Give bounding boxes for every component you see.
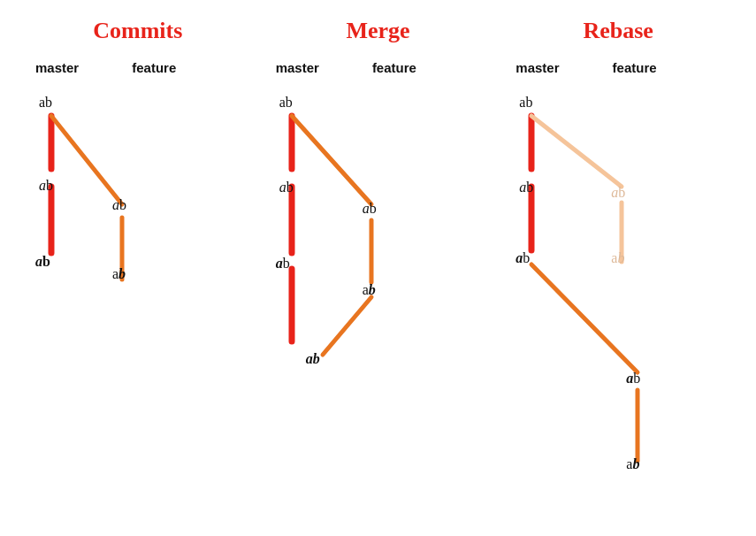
commits-graph: ab ab ab ab ab (27, 80, 203, 381)
commits-feature-label: feature (132, 60, 176, 75)
rebase-new-node4: ab (626, 371, 640, 387)
merge-feature-label: feature (372, 60, 416, 75)
commits-node5: ab (112, 266, 126, 282)
commits-diagram: Commits master feature ab ab ab ab (27, 18, 249, 536)
svg-line-1 (51, 116, 122, 204)
merge-node1: ab (279, 95, 293, 111)
merge-master-label: master (276, 60, 319, 75)
rebase-graph: ab ab ab ab ab ab ab (507, 80, 701, 536)
commits-node2: ab (39, 178, 53, 194)
merge-diagram: Merge master feature ab a (267, 18, 490, 536)
rebase-feature-label: feature (613, 60, 657, 75)
merge-node4: ab (363, 201, 377, 217)
merge-title: Merge (346, 18, 409, 44)
merge-branch-headers: master feature (267, 60, 416, 75)
commits-master-label: master (35, 60, 79, 75)
svg-line-14 (531, 264, 638, 372)
merge-node5: ab (363, 282, 376, 298)
svg-line-9 (323, 297, 371, 355)
rebase-node2: ab (519, 180, 533, 195)
rebase-node1: ab (519, 95, 532, 111)
commits-title: Commits (93, 18, 182, 44)
merge-node3: ab (276, 256, 290, 272)
commits-node3: ab (35, 254, 50, 270)
svg-line-5 (292, 116, 371, 204)
rebase-old-node5: ab (611, 250, 624, 266)
merge-graph: ab ab ab ab ab ab (267, 80, 453, 461)
rebase-branch-headers: master feature (507, 60, 656, 75)
commits-node4: ab (112, 197, 126, 213)
rebase-new-node5: ab (626, 456, 639, 472)
rebase-node3: ab (515, 250, 530, 266)
rebase-title: Rebase (583, 18, 653, 44)
rebase-master-label: master (515, 60, 559, 75)
commits-branch-headers: master feature (27, 60, 176, 75)
diagram-container: Commits master feature ab ab ab ab (27, 18, 729, 536)
rebase-diagram: Rebase master feature ab (507, 18, 729, 536)
commits-node1: ab (39, 95, 52, 111)
merge-node2: ab (279, 180, 294, 195)
rebase-old-node4: ab (611, 185, 625, 201)
svg-line-11 (531, 116, 622, 187)
merge-node6: ab (306, 351, 320, 367)
